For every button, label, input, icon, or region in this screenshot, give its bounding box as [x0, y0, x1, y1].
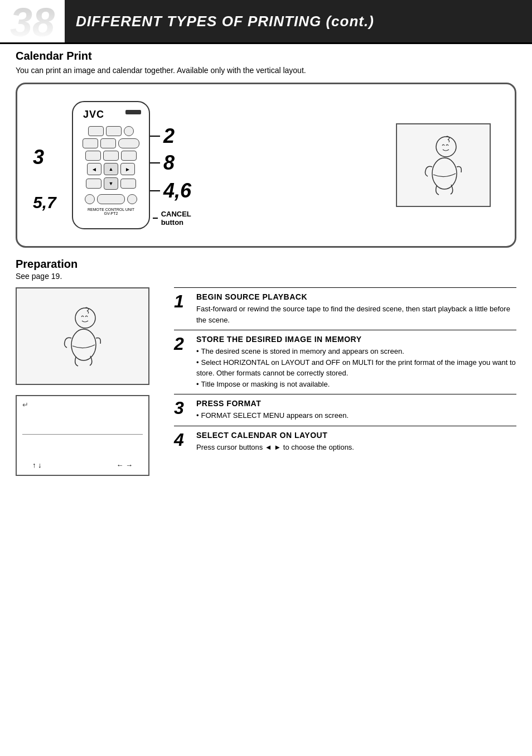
page-header: 38 DIFFERENT TYPES OF PRINTING (cont.) — [0, 0, 532, 44]
remote-brand: JVC — [83, 109, 104, 121]
step-2-title: STORE THE DESIRED IMAGE IN MEMORY — [196, 335, 516, 344]
svg-point-0 — [436, 137, 456, 157]
step-2-bullet-1: The desired scene is stored in memory an… — [196, 346, 516, 357]
cancel-label-callout: CANCEL button — [153, 210, 200, 227]
prep-left-column: ↵ ↑ ↓ ← → — [16, 287, 161, 476]
step-label-8: 8 — [163, 151, 175, 175]
screen-horizontal-arrows: ← → — [116, 461, 133, 469]
nav-up: ▲ — [104, 163, 118, 175]
baby-image-box — [396, 123, 491, 207]
step-label-46: 4,6 — [163, 179, 191, 203]
btn-row-2 — [83, 138, 139, 148]
btn-bottom-l — [85, 194, 95, 204]
step-2: 2 STORE THE DESIRED IMAGE IN MEMORY The … — [174, 330, 516, 394]
nav-right: ► — [120, 163, 135, 175]
label-46-callout: 4,6 — [150, 179, 191, 203]
bottom-row — [85, 194, 137, 204]
nav-row-2: ▼ — [86, 177, 136, 190]
step-2-bullet-2: Select HORIZONTAL on LAYOUT and OFF on M… — [196, 357, 516, 379]
step-4-title: SELECT CALENDAR ON LAYOUT — [196, 431, 516, 440]
steps-list: 1 BEGIN SOURCE PLAYBACK Fast-forward or … — [174, 287, 516, 457]
screen-arrows: ↑ ↓ ← → — [22, 460, 143, 470]
step-2-num: 2 — [174, 335, 192, 353]
step-2-text: The desired scene is stored in memory an… — [196, 346, 516, 389]
nav-row: ◄ ▲ ► — [87, 163, 135, 175]
prep-baby-illustration — [55, 306, 110, 367]
preparation-section: Preparation See page 19. — [16, 258, 516, 476]
btn-8 — [103, 151, 119, 161]
btn-bottom-m — [97, 194, 125, 204]
page-number: 38 — [0, 0, 65, 42]
svg-point-2 — [75, 308, 95, 328]
calendar-print-heading: Calendar Print — [16, 50, 516, 62]
screen-vertical-arrows: ↑ ↓ — [32, 461, 42, 469]
label-8-callout: 8 — [150, 151, 175, 175]
btn-nav-b — [120, 179, 136, 189]
remote-area: 3 5,7 JVC — [33, 95, 211, 235]
svg-point-3 — [71, 329, 96, 360]
step-2-bullet-3: Title Impose or masking is not available… — [196, 379, 516, 390]
step-4-body: SELECT CALENDAR ON LAYOUT Press cursor b… — [196, 431, 516, 453]
btn-row-3 — [85, 151, 137, 161]
step-1-body: BEGIN SOURCE PLAYBACK Fast-forward or re… — [196, 292, 516, 325]
svg-point-1 — [432, 158, 457, 189]
step-label-2: 2 — [163, 124, 175, 148]
prep-baby-image — [16, 287, 149, 385]
step-1-title: BEGIN SOURCE PLAYBACK — [196, 292, 516, 301]
step-2-body: STORE THE DESIRED IMAGE IN MEMORY The de… — [196, 335, 516, 389]
step-label-3: 3 — [33, 146, 44, 169]
step-3: 3 PRESS FORMAT FORMAT SELECT MENU appear… — [174, 394, 516, 426]
step-3-title: PRESS FORMAT — [196, 399, 516, 408]
btn-nav-a — [86, 179, 101, 189]
step-4-num: 4 — [174, 431, 192, 449]
btn-1 — [88, 126, 104, 136]
prep-content: ↵ ↑ ↓ ← → 1 BEGIN SOURCE PLAYBACK Fast-f… — [16, 287, 516, 476]
step-1-num: 1 — [174, 292, 192, 310]
step-4-text: Press cursor buttons ◄ ► to choose the o… — [196, 442, 516, 453]
step-3-num: 3 — [174, 399, 192, 417]
btn-bottom-r — [127, 194, 137, 204]
step-3-body: PRESS FORMAT FORMAT SELECT MENU appears … — [196, 399, 516, 421]
calendar-print-desc: You can print an image and calendar toge… — [16, 66, 516, 75]
btn-6 — [118, 138, 139, 148]
diagram-box: 3 5,7 JVC — [16, 83, 516, 248]
step-3-list: FORMAT SELECT MENU appears on screen. — [196, 410, 516, 421]
btn-row-1 — [88, 126, 134, 136]
btn-3 — [124, 126, 134, 136]
diagram-right-image — [388, 123, 499, 207]
preparation-heading: Preparation — [16, 258, 516, 271]
preparation-desc: See page 19. — [16, 272, 516, 281]
step-label-57: 5,7 — [33, 193, 56, 212]
btn-9 — [121, 151, 137, 161]
btn-4 — [83, 138, 98, 148]
cancel-label: CANCEL button — [161, 210, 200, 227]
btn-7 — [85, 151, 101, 161]
remote-model-label: REMOTE CONTROL UNITGV-PT2 — [88, 208, 134, 215]
screen-divider — [22, 434, 143, 435]
remote-brand-bar — [125, 110, 141, 114]
btn-2 — [106, 126, 122, 136]
nav-center-2: ▼ — [104, 177, 118, 190]
label-2-callout: 2 — [150, 124, 175, 148]
title-bar: DIFFERENT TYPES OF PRINTING (cont.) — [65, 0, 532, 42]
step-4: 4 SELECT CALENDAR ON LAYOUT Press cursor… — [174, 426, 516, 458]
step-1-text: Fast-forward or rewind the source tape t… — [196, 304, 516, 325]
step-3-text: FORMAT SELECT MENU appears on screen. — [196, 410, 516, 421]
btn-5 — [100, 138, 116, 148]
remote-body: JVC — [72, 101, 150, 229]
step-2-list: The desired scene is stored in memory an… — [196, 346, 516, 389]
screen-display-box: ↵ ↑ ↓ ← → — [16, 395, 149, 476]
step-3-bullet-1: FORMAT SELECT MENU appears on screen. — [196, 410, 516, 421]
page-content: Calendar Print You can print an image an… — [0, 50, 532, 476]
baby-illustration — [415, 134, 471, 196]
screen-cursor-icon: ↵ — [22, 401, 143, 409]
nav-left: ◄ — [87, 163, 101, 175]
page-title: DIFFERENT TYPES OF PRINTING (cont.) — [76, 13, 374, 30]
step-1: 1 BEGIN SOURCE PLAYBACK Fast-forward or … — [174, 287, 516, 330]
